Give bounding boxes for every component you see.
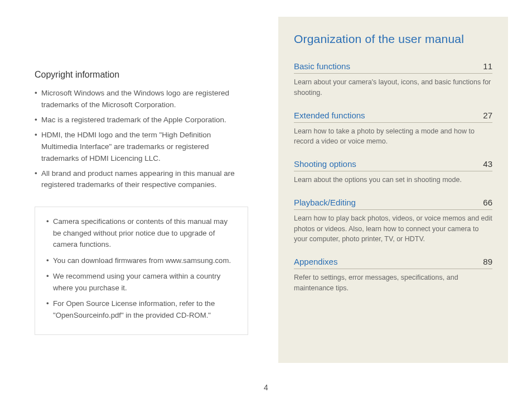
- toc-row[interactable]: Appendixes 89: [294, 257, 492, 269]
- toc-row[interactable]: Basic functions 11: [294, 61, 492, 74]
- toc-section: Basic functions 11 Learn about your came…: [294, 61, 492, 98]
- list-item: Microsoft Windows and the Windows logo a…: [35, 88, 248, 111]
- list-item: Mac is a registered trademark of the App…: [35, 114, 248, 126]
- toc-section-page: 89: [483, 257, 492, 266]
- toc-section-page: 27: [483, 111, 492, 120]
- page-number: 4: [0, 383, 532, 392]
- list-item: We recommend using your camera within a …: [46, 271, 236, 294]
- toc-panel: Organization of the user manual Basic fu…: [278, 17, 508, 363]
- list-item: Camera specifications or contents of thi…: [46, 216, 236, 250]
- copyright-heading: Copyright information: [35, 70, 248, 80]
- list-item: For Open Source License information, ref…: [46, 298, 236, 321]
- toc-section-page: 66: [483, 198, 492, 207]
- toc-section-page: 43: [483, 159, 492, 169]
- toc-section: Appendixes 89 Refer to settings, error m…: [294, 257, 492, 294]
- note-list: Camera specifications or contents of thi…: [46, 216, 236, 321]
- toc-section-title: Appendixes: [294, 257, 337, 266]
- list-item: All brand and product names appearing in…: [35, 168, 248, 192]
- toc-section-title: Extended functions: [294, 111, 365, 120]
- toc-section-page: 11: [483, 61, 492, 71]
- toc-section-title: Playback/Editing: [294, 198, 356, 207]
- toc-section: Shooting options 43 Learn about the opti…: [294, 159, 492, 185]
- toc-section-desc: Refer to settings, error messages, speci…: [294, 272, 492, 294]
- toc-row[interactable]: Playback/Editing 66: [294, 198, 492, 210]
- toc-section-desc: Learn about the options you can set in s…: [294, 175, 492, 185]
- toc-section: Extended functions 27 Learn how to take …: [294, 111, 492, 147]
- toc-row[interactable]: Shooting options 43: [294, 159, 492, 171]
- toc-title: Organization of the user manual: [294, 32, 492, 46]
- note-box: Camera specifications or contents of thi…: [35, 207, 248, 335]
- left-column: Copyright information Microsoft Windows …: [0, 0, 266, 402]
- toc-section-title: Shooting options: [294, 159, 356, 169]
- toc-section-desc: Learn about your camera's layout, icons,…: [294, 77, 492, 98]
- toc-row[interactable]: Extended functions 27: [294, 111, 492, 123]
- toc-section: Playback/Editing 66 Learn how to play ba…: [294, 198, 492, 245]
- page: Copyright information Microsoft Windows …: [0, 0, 532, 402]
- toc-section-title: Basic functions: [294, 61, 350, 71]
- right-column: Organization of the user manual Basic fu…: [266, 0, 532, 402]
- list-item: You can download firmwares from www.sams…: [46, 255, 236, 266]
- copyright-list: Microsoft Windows and the Windows logo a…: [35, 88, 248, 191]
- list-item: HDMI, the HDMI logo and the term "High D…: [35, 130, 248, 165]
- toc-section-desc: Learn how to play back photos, videos, o…: [294, 213, 492, 245]
- toc-section-desc: Learn how to take a photo by selecting a…: [294, 126, 492, 147]
